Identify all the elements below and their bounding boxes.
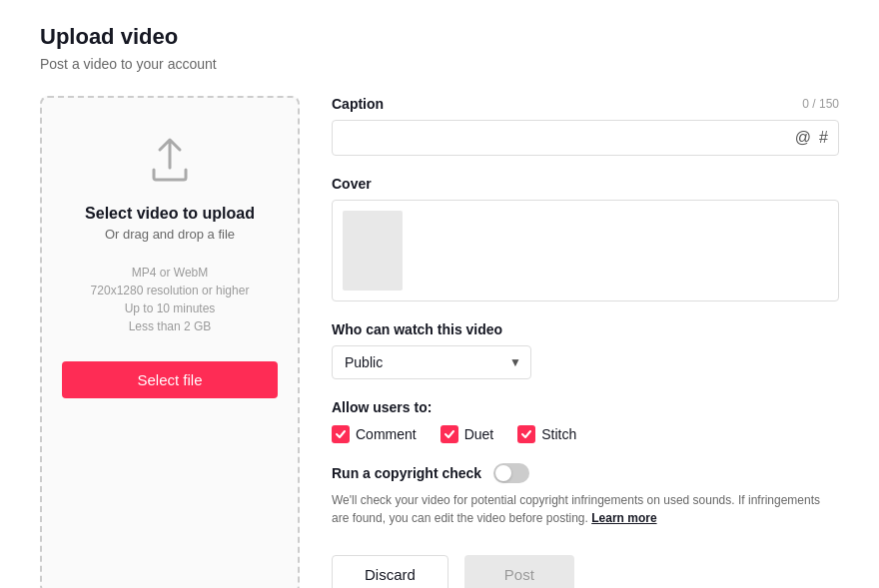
toggle-knob bbox=[495, 465, 511, 481]
page-subtitle: Post a video to your account bbox=[40, 56, 839, 72]
visibility-select[interactable]: Public Friends Private bbox=[332, 345, 531, 379]
allow-title: Allow users to: bbox=[332, 399, 839, 415]
spec-resolution: 720x1280 resolution or higher bbox=[91, 284, 250, 297]
caption-input-wrapper: @ # bbox=[332, 120, 839, 156]
comment-option[interactable]: Comment bbox=[332, 425, 417, 443]
page-title: Upload video bbox=[40, 24, 839, 50]
spec-format: MP4 or WebM bbox=[91, 266, 250, 280]
upload-dropzone: Select video to upload Or drag and drop … bbox=[40, 96, 300, 588]
upload-specs: MP4 or WebM 720x1280 resolution or highe… bbox=[91, 266, 250, 337]
duet-checkbox[interactable] bbox=[440, 425, 458, 443]
cover-thumbnail bbox=[343, 211, 403, 291]
post-button[interactable]: Post bbox=[464, 555, 574, 588]
cover-box bbox=[332, 200, 839, 301]
copyright-title: Run a copyright check bbox=[332, 465, 481, 481]
caption-label-row: Caption 0 / 150 bbox=[332, 96, 839, 112]
cover-label: Cover bbox=[332, 176, 839, 192]
caption-input[interactable] bbox=[343, 130, 795, 146]
char-count: 0 / 150 bbox=[802, 97, 839, 111]
duet-label: Duet bbox=[464, 426, 494, 442]
copyright-toggle[interactable] bbox=[493, 463, 529, 483]
form-area: Caption 0 / 150 @ # Cover Who can watch … bbox=[332, 96, 839, 588]
upload-drag-text: Or drag and drop a file bbox=[105, 227, 235, 242]
copyright-desc: We'll check your video for potential cop… bbox=[332, 491, 839, 527]
copyright-header: Run a copyright check bbox=[332, 463, 839, 483]
upload-title: Select video to upload bbox=[85, 205, 255, 223]
spec-size: Less than 2 GB bbox=[91, 319, 250, 333]
caption-icons: @ # bbox=[795, 129, 828, 147]
caption-label: Caption bbox=[332, 96, 384, 112]
allow-section: Allow users to: Comment bbox=[332, 399, 839, 443]
at-mention-button[interactable]: @ bbox=[795, 129, 811, 147]
copyright-desc-text: We'll check your video for potential cop… bbox=[332, 493, 820, 525]
visibility-label: Who can watch this video bbox=[332, 321, 839, 337]
upload-icon bbox=[144, 134, 196, 189]
stitch-label: Stitch bbox=[541, 426, 576, 442]
action-buttons: Discard Post bbox=[332, 555, 839, 588]
stitch-option[interactable]: Stitch bbox=[517, 425, 576, 443]
learn-more-link[interactable]: Learn more bbox=[591, 511, 656, 525]
visibility-section: Who can watch this video Public Friends … bbox=[332, 321, 839, 379]
copyright-section: Run a copyright check We'll check your v… bbox=[332, 463, 839, 527]
visibility-select-wrapper: Public Friends Private ▼ bbox=[332, 345, 531, 379]
duet-option[interactable]: Duet bbox=[440, 425, 494, 443]
spec-duration: Up to 10 minutes bbox=[91, 301, 250, 315]
comment-label: Comment bbox=[356, 426, 417, 442]
stitch-checkbox[interactable] bbox=[517, 425, 535, 443]
allow-options: Comment Duet bbox=[332, 425, 839, 443]
cover-section: Cover bbox=[332, 176, 839, 301]
discard-button[interactable]: Discard bbox=[332, 555, 448, 588]
hashtag-button[interactable]: # bbox=[819, 129, 828, 147]
select-file-button[interactable]: Select file bbox=[62, 361, 278, 398]
comment-checkbox[interactable] bbox=[332, 425, 350, 443]
